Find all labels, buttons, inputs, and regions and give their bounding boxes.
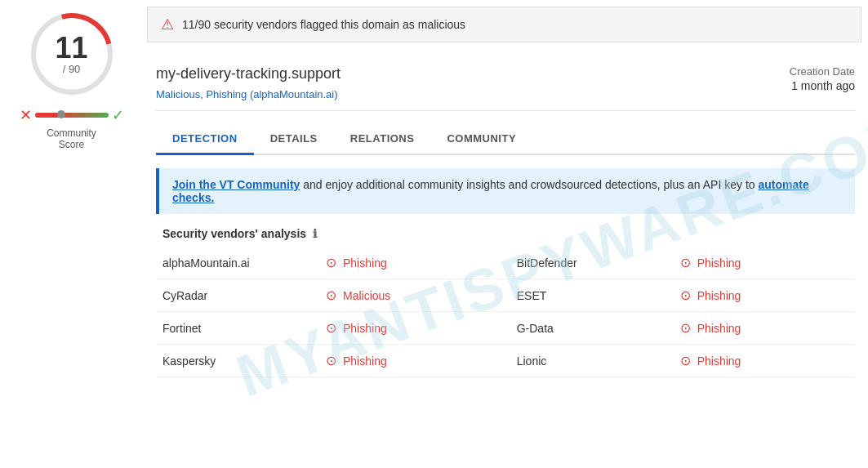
vendor-result-wrap-r3: ⊙ Phishing: [680, 353, 848, 368]
vendor-name-cyradar: CyRadar: [156, 279, 319, 312]
section-title-text: Security vendors' analysis: [162, 227, 306, 240]
domain-tags: Malicious, Phishing (alphaMountain.ai): [156, 87, 341, 100]
community-banner-text: and enjoy additional community insights …: [300, 178, 758, 191]
result-text: Phishing: [343, 256, 387, 270]
result-text-r3: Phishing: [697, 354, 741, 368]
vendors-table: alphaMountain.ai ⊙ Phishing BitDefender …: [156, 247, 855, 377]
main-container: MYANTISPYWARE.COM 11 / 90 ✕ ✓ CommunityS…: [0, 0, 868, 468]
score-bar: [35, 113, 109, 118]
vendor-result-wrap-3: ⊙ Phishing: [326, 353, 504, 368]
vendor-row-0: alphaMountain.ai ⊙ Phishing BitDefender …: [156, 247, 855, 279]
vendor-name-bitdefender: BitDefender: [510, 247, 674, 279]
vendor-result-gdata: ⊙ Phishing: [674, 312, 855, 345]
section-title: Security vendors' analysis ℹ: [156, 227, 855, 240]
vendor-result-wrap-r1: ⊙ Phishing: [680, 287, 848, 303]
vendor-result-cyradar: ⊙ Malicious: [319, 279, 510, 312]
threat-icon-3: ⊙: [326, 353, 336, 368]
creation-date-label: Creation Date: [790, 65, 855, 78]
tab-detection[interactable]: DETECTION: [156, 124, 254, 155]
join-vt-link[interactable]: Join the VT Community: [172, 178, 300, 191]
tab-details[interactable]: DETAILS: [254, 124, 334, 154]
result-text-2: Phishing: [343, 322, 387, 335]
vendor-name-lionic: Lionic: [510, 345, 674, 377]
threat-icon-2: ⊙: [326, 320, 336, 336]
vendor-result-bitdefender: ⊙ Phishing: [674, 247, 855, 279]
domain-tag-link[interactable]: Malicious, Phishing (alphaMountain.ai): [156, 88, 338, 100]
vendor-row-1: CyRadar ⊙ Malicious ESET ⊙ Phishing: [156, 279, 855, 312]
vendor-name-fortinet: Fortinet: [156, 312, 319, 345]
vendor-result-fortinet: ⊙ Phishing: [319, 312, 510, 345]
score-bar-row: ✕ ✓: [20, 106, 124, 124]
vendor-result-eset: ⊙ Phishing: [674, 279, 855, 312]
score-number: 11: [55, 33, 87, 63]
domain-row: my-delivery-tracking.support Malicious, …: [156, 56, 855, 111]
vendor-name-kaspersky: Kaspersky: [156, 345, 319, 377]
domain-name: my-delivery-tracking.support: [156, 65, 341, 82]
tab-community[interactable]: COMMUNITY: [430, 124, 532, 154]
threat-icon-r2: ⊙: [680, 320, 691, 336]
vendor-name-eset: ESET: [510, 279, 674, 312]
vendor-result-wrap-r2: ⊙ Phishing: [680, 320, 848, 336]
vendor-result-alphamountain: ⊙ Phishing: [319, 247, 510, 279]
left-panel: 11 / 90 ✕ ✓ CommunityScore: [0, 0, 143, 163]
community-banner: Join the VT Community and enjoy addition…: [156, 168, 855, 214]
threat-icon-1: ⊙: [326, 287, 336, 303]
vendor-result-wrap: ⊙ Phishing: [326, 255, 504, 270]
alert-icon: ⚠: [161, 16, 174, 33]
vendor-result-wrap-2: ⊙ Phishing: [326, 320, 504, 336]
vendor-row-2: Fortinet ⊙ Phishing G-Data ⊙ Phishing: [156, 312, 855, 345]
creation-date-value: 1 month ago: [790, 79, 855, 92]
vendor-row-3: Kaspersky ⊙ Phishing Lionic ⊙ Phishing: [156, 345, 855, 377]
threat-icon-r1: ⊙: [680, 287, 691, 303]
vendor-result-kaspersky: ⊙ Phishing: [319, 345, 510, 377]
vendor-name-alphamountain: alphaMountain.ai: [156, 247, 319, 279]
tab-relations[interactable]: RELATIONS: [334, 124, 431, 154]
result-text-r2: Phishing: [697, 322, 741, 335]
vendor-result-lionic: ⊙ Phishing: [674, 345, 855, 377]
vendor-result-wrap-1: ⊙ Malicious: [326, 287, 504, 303]
alert-bar: ⚠ 11/90 security vendors flagged this do…: [147, 7, 861, 42]
domain-info: my-delivery-tracking.support Malicious, …: [156, 65, 341, 100]
vendor-result-wrap-r: ⊙ Phishing: [680, 255, 848, 270]
score-circle: 11 / 90: [31, 13, 113, 95]
check-icon: ✓: [112, 106, 124, 124]
community-score-label: CommunityScore: [47, 127, 96, 150]
creation-date-block: Creation Date 1 month ago: [790, 65, 855, 92]
tabs: DETECTION DETAILS RELATIONS COMMUNITY: [156, 124, 855, 155]
threat-icon-r3: ⊙: [680, 353, 691, 368]
vendor-name-gdata: G-Data: [510, 312, 674, 345]
threat-icon-r: ⊙: [680, 255, 691, 270]
result-text-1: Malicious: [343, 289, 390, 302]
score-bar-thumb: [57, 110, 65, 118]
main-content: my-delivery-tracking.support Malicious, …: [143, 49, 868, 384]
result-text-r: Phishing: [697, 256, 741, 270]
threat-icon: ⊙: [326, 255, 336, 270]
x-icon[interactable]: ✕: [20, 106, 32, 124]
alert-text: 11/90 security vendors flagged this doma…: [182, 18, 465, 31]
info-icon: ℹ: [313, 227, 317, 240]
result-text-r1: Phishing: [697, 289, 741, 302]
result-text-3: Phishing: [343, 354, 387, 368]
score-denominator: / 90: [63, 63, 81, 75]
